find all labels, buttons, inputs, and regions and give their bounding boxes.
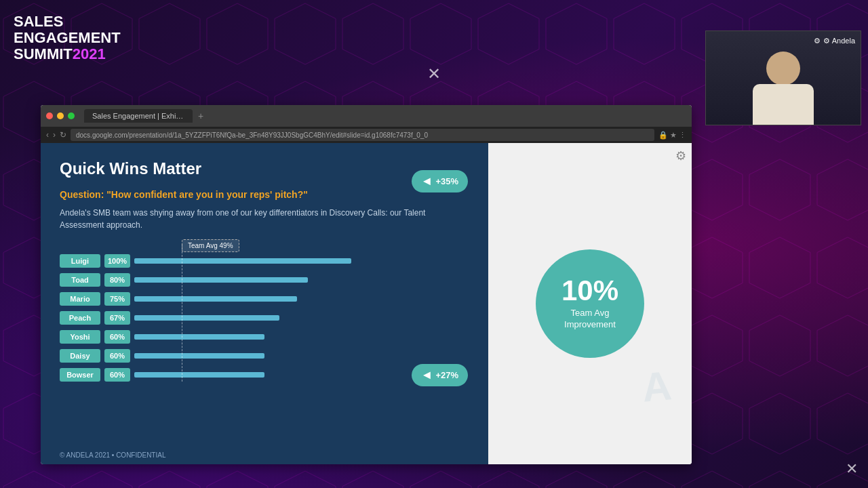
slide-title: Quick Wins Matter (60, 159, 469, 178)
bar-label: Yoshi (60, 330, 100, 344)
bar-row: Yoshi60% (60, 330, 469, 344)
traffic-light-yellow[interactable] (57, 113, 64, 119)
bar-row: Mario75% (60, 292, 469, 306)
traffic-light-green[interactable] (68, 113, 75, 119)
bar-label: Toad (60, 273, 100, 287)
refresh-button[interactable]: ↻ (60, 130, 66, 140)
bar-value: 75% (104, 292, 130, 306)
bar-fill (134, 372, 264, 378)
bar-value: 60% (104, 349, 130, 363)
slide-description: Andela's SMB team was shying away from o… (60, 207, 469, 231)
bar-label: Peach (60, 311, 100, 325)
bar-label: Bowser (60, 368, 100, 382)
slide-footer: © ANDELA 2021 • CONFIDENTIAL (60, 451, 165, 459)
bar-fill (134, 258, 351, 264)
new-tab-button[interactable]: + (198, 110, 203, 121)
chart-rows: Luigi100%Toad80%Mario75%Peach67%Yoshi60%… (60, 254, 469, 382)
bar-label: Mario (60, 292, 100, 306)
stat-circle: 10% Team AvgImprovement (536, 249, 644, 358)
bar-chart: Team Avg 49% Luigi100%Toad80%Mario75%Pea… (60, 245, 469, 382)
team-avg-label: Team Avg 49% (182, 239, 239, 252)
slide-question: Question: "How confident are you in your… (60, 189, 469, 200)
badge-top: +35% (412, 170, 468, 192)
logo-line3: SUMMIT (14, 45, 73, 62)
bar-value: 80% (104, 273, 130, 287)
slide-container: Quick Wins Matter Question: "How confide… (41, 143, 692, 464)
bar-track (134, 296, 469, 302)
browser-tab[interactable]: Sales Engagement | Exhibi... (84, 109, 193, 123)
close-bottom-button[interactable]: ✕ (846, 460, 858, 478)
stat-label: Team AvgImprovement (564, 308, 616, 331)
bar-row: Bowser60% (60, 368, 469, 382)
bar-track (134, 334, 469, 340)
avatar-head (766, 52, 800, 85)
bar-fill (134, 315, 279, 321)
bar-label: Luigi (60, 254, 100, 268)
logo: SALES ENGAGEMENT SUMMIT2021 (14, 14, 121, 63)
bar-fill (134, 277, 308, 283)
slide-watermark: A (640, 362, 673, 411)
webcam-video (706, 31, 861, 125)
bar-row: Toad80% (60, 273, 469, 287)
stat-number: 10% (561, 277, 618, 305)
gear-icon[interactable]: ⚙ (675, 148, 686, 163)
address-input[interactable] (71, 129, 654, 141)
bar-fill (134, 296, 297, 302)
slide-left: Quick Wins Matter Question: "How confide… (41, 143, 488, 464)
browser-window: Sales Engagement | Exhibi... + ‹ › ↻ 🔒 ★… (41, 105, 692, 464)
bar-value: 60% (104, 330, 130, 344)
close-top-button[interactable]: ✕ (427, 64, 441, 83)
logo-year: 2021 (73, 45, 106, 62)
bar-row: Daisy60% (60, 349, 469, 363)
logo-line1: SALES (14, 13, 63, 30)
browser-address-bar: ‹ › ↻ 🔒 ★ ⋮ (41, 127, 692, 143)
slide-right: ⚙ A 10% Team AvgImprovement (488, 143, 692, 464)
bar-value: 100% (104, 254, 130, 268)
browser-chrome: Sales Engagement | Exhibi... + (41, 105, 692, 127)
bar-fill (134, 334, 264, 340)
traffic-light-red[interactable] (46, 113, 53, 119)
bar-row: Luigi100% (60, 254, 469, 268)
bar-label: Daisy (60, 349, 100, 363)
badge-bottom: +27% (412, 364, 468, 386)
forward-button[interactable]: › (53, 130, 56, 140)
bar-track (134, 277, 469, 283)
bar-track (134, 353, 469, 359)
browser-icons: 🔒 ★ ⋮ (658, 131, 686, 140)
bar-value: 60% (104, 368, 130, 382)
back-button[interactable]: ‹ (46, 130, 49, 140)
logo-line2: ENGAGEMENT (14, 29, 121, 46)
avg-line (182, 245, 182, 382)
bar-fill (134, 353, 264, 359)
webcam-overlay: ⚙ ⚙ Andela (705, 30, 861, 125)
avatar-body (753, 84, 814, 125)
bar-track (134, 258, 469, 264)
bar-row: Peach67% (60, 311, 469, 325)
bar-track (134, 315, 469, 321)
bar-value: 67% (104, 311, 130, 325)
